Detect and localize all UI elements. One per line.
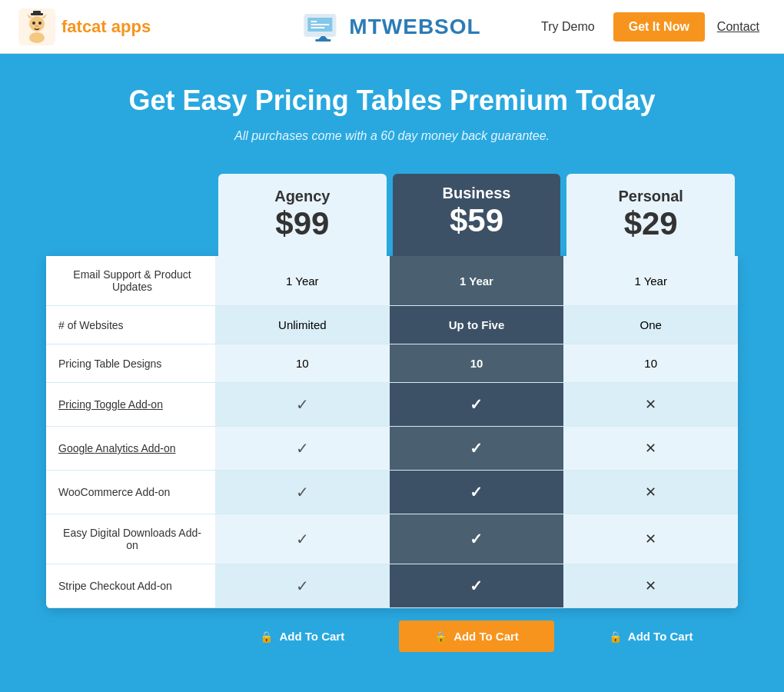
brand-name: fatcat apps bbox=[61, 17, 151, 37]
nav-links: Try Demo Get It Now Contact bbox=[529, 12, 766, 42]
plan-header-business: Business $59 bbox=[393, 174, 561, 256]
svg-rect-14 bbox=[311, 21, 317, 22]
feature-pricing-toggle: Pricing Toggle Add-on bbox=[46, 383, 215, 427]
svg-point-9 bbox=[29, 32, 45, 43]
check-icon: ✓ bbox=[296, 577, 309, 595]
check-icon: ✓ bbox=[470, 439, 483, 457]
business-add-to-cart-button[interactable]: 🔒 Add To Cart bbox=[399, 620, 555, 652]
navbar: fatcat apps MTWEBSOL Try Demo Get It Now… bbox=[0, 0, 784, 54]
lock-icon: 🔒 bbox=[609, 630, 622, 643]
svg-rect-13 bbox=[315, 39, 331, 42]
agency-woocommerce: ✓ bbox=[215, 471, 390, 514]
svg-point-7 bbox=[38, 22, 42, 25]
plan-headers: Agency $99 Business $59 Personal $29 bbox=[46, 174, 738, 256]
personal-plan-price: $29 bbox=[574, 205, 727, 242]
business-plan-name: Business bbox=[400, 185, 553, 202]
feature-websites: # of Websites bbox=[46, 306, 215, 344]
cross-icon: ✕ bbox=[645, 396, 656, 413]
svg-rect-16 bbox=[311, 27, 324, 28]
try-demo-link[interactable]: Try Demo bbox=[529, 14, 607, 40]
check-icon: ✓ bbox=[296, 483, 309, 501]
mtwebsol-label: MTWEBSOL bbox=[349, 15, 480, 39]
svg-rect-2 bbox=[33, 11, 41, 14]
brand-logo: fatcat apps bbox=[18, 8, 151, 45]
page-title: Get Easy Pricing Tables Premium Today bbox=[15, 85, 769, 117]
lock-icon: 🔒 bbox=[434, 630, 447, 643]
header-empty bbox=[46, 174, 215, 256]
agency-plan-name: Agency bbox=[226, 188, 379, 205]
business-email-support: 1 Year bbox=[390, 256, 564, 306]
personal-plan-name: Personal bbox=[574, 188, 727, 205]
check-icon: ✓ bbox=[296, 395, 309, 414]
business-pricing-toggle: ✓ bbox=[390, 383, 564, 427]
agency-plan-price: $99 bbox=[226, 205, 379, 242]
cart-empty bbox=[46, 608, 215, 664]
check-icon: ✓ bbox=[296, 439, 309, 457]
comparison-table: Email Support & Product Updates 1 Year 1… bbox=[46, 256, 738, 608]
business-websites: Up to Five bbox=[390, 306, 564, 344]
check-icon: ✓ bbox=[470, 483, 483, 501]
business-woocommerce: ✓ bbox=[390, 471, 564, 514]
mtwebsol-logo: MTWEBSOL bbox=[303, 12, 480, 42]
check-icon: ✓ bbox=[470, 530, 483, 548]
pricing-wrapper: Agency $99 Business $59 Personal $29 Ema… bbox=[46, 174, 738, 664]
personal-google-analytics: ✕ bbox=[563, 427, 738, 471]
personal-edd: ✕ bbox=[563, 514, 738, 564]
business-table-designs: 10 bbox=[390, 344, 564, 383]
svg-point-6 bbox=[32, 22, 35, 25]
mtwebsol-site-icon bbox=[303, 12, 343, 42]
personal-stripe: ✕ bbox=[563, 564, 738, 608]
fatcat-icon bbox=[18, 8, 55, 45]
business-google-analytics: ✓ bbox=[390, 427, 564, 471]
svg-rect-15 bbox=[311, 24, 329, 25]
page-subtitle: All purchases come with a 60 day money b… bbox=[15, 129, 769, 143]
cross-icon: ✕ bbox=[645, 577, 656, 594]
agency-websites: Unlimited bbox=[215, 306, 390, 344]
agency-email-support: 1 Year bbox=[215, 256, 390, 306]
get-it-now-button[interactable]: Get It Now bbox=[613, 12, 705, 42]
feature-table-designs: Pricing Table Designs bbox=[46, 344, 215, 383]
feature-woocommerce: WooCommerce Add-on bbox=[46, 471, 215, 514]
agency-google-analytics: ✓ bbox=[215, 427, 390, 471]
business-plan-price: $59 bbox=[400, 202, 553, 239]
personal-email-support: 1 Year bbox=[563, 256, 738, 306]
contact-link[interactable]: Contact bbox=[711, 14, 766, 40]
feature-edd: Easy Digital Downloads Add-on bbox=[46, 514, 215, 564]
cross-icon: ✕ bbox=[645, 531, 656, 547]
cart-row: 🔒 Add To Cart 🔒 Add To Cart 🔒 Add To Car… bbox=[46, 608, 738, 664]
agency-table-designs: 10 bbox=[215, 344, 390, 383]
cross-icon: ✕ bbox=[645, 440, 656, 457]
agency-add-to-cart-button[interactable]: 🔒 Add To Cart bbox=[224, 620, 380, 652]
agency-edd: ✓ bbox=[215, 514, 390, 564]
check-icon: ✓ bbox=[296, 530, 309, 548]
main-content: Get Easy Pricing Tables Premium Today Al… bbox=[0, 54, 784, 692]
personal-woocommerce: ✕ bbox=[563, 471, 738, 514]
svg-point-8 bbox=[35, 25, 38, 27]
personal-add-to-cart-button[interactable]: 🔒 Add To Cart bbox=[573, 620, 729, 652]
feature-email-support: Email Support & Product Updates bbox=[46, 256, 215, 306]
plan-header-agency: Agency $99 bbox=[218, 174, 387, 256]
agency-stripe: ✓ bbox=[215, 564, 390, 608]
business-stripe: ✓ bbox=[390, 564, 564, 608]
agency-pricing-toggle: ✓ bbox=[215, 383, 390, 427]
check-icon: ✓ bbox=[470, 395, 483, 414]
feature-stripe: Stripe Checkout Add-on bbox=[46, 564, 215, 608]
cross-icon: ✕ bbox=[645, 484, 656, 501]
feature-google-analytics: Google Analytics Add-on bbox=[46, 427, 215, 471]
lock-icon: 🔒 bbox=[260, 630, 273, 643]
personal-websites: One bbox=[563, 306, 738, 344]
business-edd: ✓ bbox=[390, 514, 564, 564]
check-icon: ✓ bbox=[470, 577, 483, 595]
plan-header-personal: Personal $29 bbox=[566, 174, 735, 256]
agency-cart-cell: 🔒 Add To Cart bbox=[215, 608, 390, 664]
personal-cart-cell: 🔒 Add To Cart bbox=[563, 608, 738, 664]
personal-pricing-toggle: ✕ bbox=[563, 383, 738, 427]
business-cart-cell: 🔒 Add To Cart bbox=[390, 608, 564, 664]
personal-table-designs: 10 bbox=[563, 344, 738, 383]
